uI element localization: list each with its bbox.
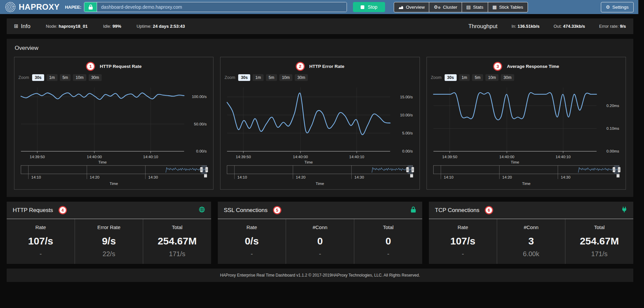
zoom-option-30s[interactable]: 30s (445, 74, 457, 81)
plug-icon (621, 206, 627, 214)
nav-button-stick-tables[interactable]: ▦ Stick Tables (488, 2, 528, 12)
info-label: Info (21, 23, 30, 30)
right-edge-strip (638, 0, 644, 308)
svg-text:14:20: 14:20 (296, 175, 306, 179)
zoom-label: Zoom (224, 75, 235, 80)
uptime-stat: Uptime: 24 days 2:53:43 (136, 24, 185, 29)
stat-col-conn: #Conn 0 - (286, 219, 354, 264)
section-title: Overview (15, 45, 626, 52)
step-badge: 3 (493, 62, 502, 71)
svg-text:14:39:50: 14:39:50 (442, 155, 457, 159)
zoom-option-1m[interactable]: 1m (459, 74, 470, 81)
zoom-option-30m[interactable]: 30m (89, 74, 102, 81)
stat-col-error-rate: Error Rate 9/s 22/s (75, 219, 143, 264)
svg-text:Time: Time (316, 182, 324, 186)
lock-icon (88, 4, 93, 10)
throughput-out-stat: Out: 474.33kb/s (554, 24, 585, 29)
zoom-option-10m[interactable]: 10m (73, 74, 86, 81)
stop-button[interactable]: Stop (353, 2, 385, 12)
svg-text:14:30: 14:30 (561, 175, 570, 179)
settings-button[interactable]: ⚙ Settings (601, 2, 634, 12)
stop-button-label: Stop (368, 4, 377, 10)
svg-text:14:40:10: 14:40:10 (555, 155, 570, 159)
nav-button-label: Stats (473, 5, 483, 10)
line-chart[interactable]: 0.00/s5.00/s10.00/s15.00/s14:39:5014:40:… (223, 83, 417, 164)
step-badge: 5 (273, 206, 281, 214)
table-list-icon: ▤ (466, 5, 471, 9)
stat-cards-row: HTTP Requests 4 Ra (7, 202, 633, 264)
zoom-option-5m[interactable]: 5m (60, 74, 71, 81)
zoom-option-30s[interactable]: 30s (238, 74, 250, 81)
svg-text:Time: Time (511, 160, 519, 164)
svg-text:50.00/s: 50.00/s (194, 122, 207, 126)
lock-icon (410, 206, 416, 214)
svg-text:14:20: 14:20 (90, 175, 99, 179)
brand: HAPROXY (5, 1, 60, 13)
charts-row: 1 HTTP Request Rate Zoom 30s 1m 5m 10m 3… (14, 57, 626, 190)
svg-text:5.00/s: 5.00/s (402, 131, 413, 135)
svg-text:14:30: 14:30 (148, 175, 158, 179)
chart-panel-http-error-rate: 2 HTTP Error Rate Zoom 30s 1m 5m 10m 30m… (220, 57, 420, 190)
zoom-option-1m[interactable]: 1m (47, 74, 58, 81)
svg-text:0.00/s: 0.00/s (196, 149, 207, 153)
svg-text:14:40:00: 14:40:00 (293, 155, 308, 159)
card-title: SSL Connections (224, 207, 268, 214)
svg-text:15.00/s: 15.00/s (400, 95, 413, 99)
svg-text:Time: Time (522, 182, 530, 186)
svg-text:14:10: 14:10 (238, 175, 247, 179)
idle-stat: Idle: 99% (103, 24, 121, 29)
gear-icon: ⚙ (606, 5, 610, 9)
nav-button-overview[interactable]: Overview (394, 2, 429, 12)
gears-icon: ⚙⚙ (434, 5, 441, 9)
svg-text:0.00ms: 0.00ms (607, 149, 619, 153)
svg-text:14:40:00: 14:40:00 (87, 155, 102, 159)
svg-text:0.10ms: 0.10ms (607, 126, 619, 130)
chart-panel-http-request-rate: 1 HTTP Request Rate Zoom 30s 1m 5m 10m 3… (14, 57, 213, 190)
throughput-error-rate-stat: Error rate: 9/s (599, 24, 626, 29)
nav-button-cluster[interactable]: ⚙⚙ Cluster (429, 2, 462, 12)
url-lock-button[interactable] (84, 2, 97, 12)
zoom-option-5m[interactable]: 5m (266, 74, 277, 81)
stat-col-rate: Rate 0/s - (218, 219, 286, 264)
stop-square-icon (361, 5, 364, 9)
chart-title: Average Response Time (507, 64, 559, 69)
table-cells-icon: ▦ (492, 5, 497, 9)
chart-navigator[interactable]: 14:1014:2014:30Time (223, 164, 417, 187)
haproxy-logo-icon (5, 1, 16, 13)
step-badge: 4 (59, 206, 67, 214)
zoom-option-30s[interactable]: 30s (32, 74, 44, 81)
node-stat: Node: haproxy18_01 (46, 24, 88, 29)
svg-text:0.20ms: 0.20ms (607, 104, 619, 108)
zoom-option-1m[interactable]: 1m (253, 74, 264, 81)
zoom-option-30m[interactable]: 30m (295, 74, 308, 81)
card-tcp-connections: TCP Connections 6 Rate 107/s (429, 202, 633, 264)
info-expand-toggle[interactable]: ⊞ Info (14, 23, 30, 30)
info-bar: ⊞ Info Node: haproxy18_01 Idle: 99% Upti… (7, 18, 633, 34)
brand-name: HAPROXY (19, 2, 60, 12)
line-chart[interactable]: 0.00ms0.10ms0.20ms14:39:5014:40:0014:40:… (430, 83, 623, 164)
card-ssl-connections: SSL Connections 5 Rate 0/s - #Conn (218, 202, 422, 264)
area-chart-icon (398, 5, 403, 9)
plus-square-icon: ⊞ (14, 24, 18, 29)
zoom-option-5m[interactable]: 5m (472, 74, 483, 81)
line-chart[interactable]: 0.00/s50.00/s100.00/s14:39:5014:40:0014:… (17, 83, 210, 164)
zoom-controls: Zoom 30s 1m 5m 10m 30m (224, 74, 417, 81)
svg-text:14:40:10: 14:40:10 (349, 155, 364, 159)
navbar: HAPROXY HAPEE: Stop Overview (0, 0, 638, 14)
zoom-option-30m[interactable]: 30m (501, 74, 514, 81)
card-http-requests: HTTP Requests 4 Ra (7, 202, 211, 264)
svg-text:Time: Time (110, 182, 118, 186)
url-input[interactable] (97, 2, 347, 12)
svg-text:14:30: 14:30 (355, 175, 364, 179)
chart-navigator[interactable]: 14:1014:2014:30Time (17, 164, 210, 187)
zoom-option-10m[interactable]: 10m (485, 74, 498, 81)
svg-text:14:10: 14:10 (31, 175, 41, 179)
nav-button-group: Overview ⚙⚙ Cluster ▤ Stats ▦ Stick Tabl… (394, 2, 528, 12)
chart-title: HTTP Error Rate (309, 64, 345, 69)
chart-navigator[interactable]: 14:1014:2014:30Time (430, 164, 623, 187)
chart-panel-average-response-time: 3 Average Response Time Zoom 30s 1m 5m 1… (427, 57, 626, 190)
zoom-option-10m[interactable]: 10m (279, 74, 292, 81)
url-group (84, 2, 347, 12)
nav-button-stats[interactable]: ▤ Stats (462, 2, 488, 12)
svg-text:100.00/s: 100.00/s (192, 95, 207, 99)
